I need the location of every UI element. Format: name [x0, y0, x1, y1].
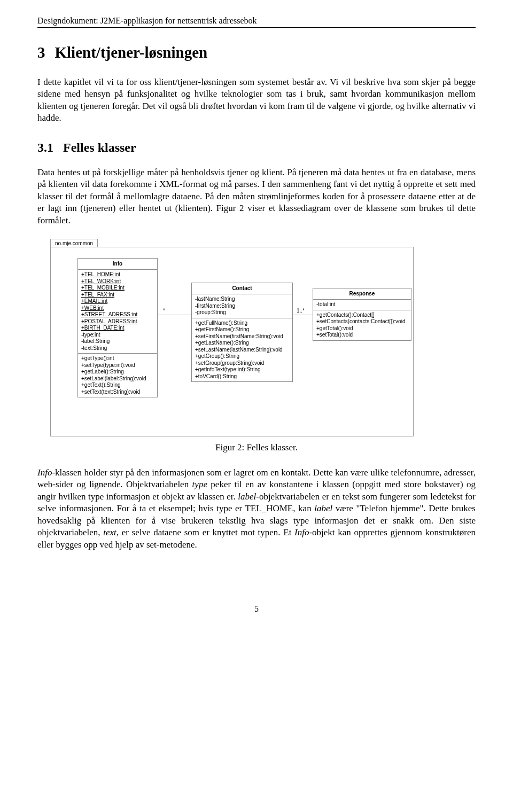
uml-association-line — [293, 315, 313, 315]
section-number: 3 — [37, 44, 45, 61]
uml-member: +STREET_ADRESS:int — [81, 311, 154, 318]
uml-member: +getText():String — [81, 382, 154, 389]
uml-attributes: +TEL_HOME:int+TEL_WORK:int+TEL_MOBILE:in… — [78, 270, 157, 354]
figure-caption: Figur 2: Felles klasser. — [37, 442, 476, 453]
uml-member: +TEL_FAX:int — [81, 292, 154, 299]
uml-class-contact: Contact -lastName:String-firstName:Strin… — [191, 283, 293, 382]
uml-member: +getLastName():String — [195, 340, 289, 347]
closing-paragraph: Info-klassen holder styr på den informas… — [37, 467, 476, 551]
uml-member: +getType():int — [81, 355, 154, 362]
subsection-title-text: Felles klasser — [63, 140, 136, 154]
uml-attributes: -lastName:String-firstName:String-group:… — [192, 294, 292, 318]
uml-member: +EMAIL:int — [81, 298, 154, 305]
uml-member: +setLastName(lastName:String):void — [195, 347, 289, 354]
uml-package-label: no.mje.common — [50, 239, 98, 247]
uml-multiplicity: 1..* — [297, 308, 305, 314]
uml-class-title: Contact — [192, 283, 292, 295]
italic-term: label — [238, 491, 256, 502]
uml-class-diagram: no.mje.common Info +TEL_HOME:int+TEL_WOR… — [50, 237, 414, 435]
uml-member: +setFirstName(firstName:String):void — [195, 333, 289, 340]
running-header: Designdokument: J2ME-applikasjon for net… — [37, 16, 476, 26]
section-title-text: Klient/tjener-løsningen — [55, 44, 208, 61]
subsection-heading: 3.1Felles klasser — [37, 140, 476, 155]
uml-member: -text:String — [81, 345, 154, 352]
subsection-number: 3.1 — [37, 140, 53, 155]
uml-member: +setTotal():void — [316, 332, 408, 339]
uml-class-info: Info +TEL_HOME:int+TEL_WORK:int+TEL_MOBI… — [77, 258, 158, 398]
uml-member: +setContacts(contacts:Contact[]):void — [316, 318, 408, 325]
uml-member: +setType(type:int):void — [81, 362, 154, 369]
uml-operations: +getFullName():String+getFirstName():Str… — [192, 318, 292, 382]
uml-class-title: Info — [78, 259, 157, 270]
uml-member: -firstName:String — [195, 303, 289, 310]
uml-member: +TEL_MOBILE:int — [81, 285, 154, 292]
italic-term: type — [192, 479, 207, 489]
uml-multiplicity: * — [163, 308, 165, 314]
italic-term: Info — [37, 467, 52, 478]
uml-association-line — [158, 315, 191, 315]
italic-term: Info — [294, 527, 309, 537]
uml-member: -label:String — [81, 338, 154, 345]
uml-member: +getInfoText(type:int):String — [195, 366, 289, 373]
uml-member: -total:int — [316, 301, 408, 308]
page-number: 5 — [37, 604, 476, 614]
uml-member: -group:String — [195, 309, 289, 316]
uml-member: +setLabel(label:String):void — [81, 376, 154, 382]
subsection-paragraph: Data hentes ut på forskjellige måter på … — [37, 167, 476, 227]
uml-member: +getGroup():String — [195, 353, 289, 360]
uml-operations: +getType():int+setType(type:int):void+ge… — [78, 354, 157, 397]
uml-member: +setText(text:String):void — [81, 389, 154, 396]
uml-member: +toVCard():String — [195, 373, 289, 380]
uml-member: +setGroup(group:String):void — [195, 360, 289, 367]
uml-member: +getFirstName():String — [195, 326, 289, 333]
uml-member: +TEL_WORK:int — [81, 278, 154, 285]
uml-member: -type:int — [81, 332, 154, 339]
uml-member: +POSTAL_ADRESS:int — [81, 318, 154, 325]
section-heading: 3Klient/tjener-løsningen — [37, 44, 476, 61]
uml-package-box: Info +TEL_HOME:int+TEL_WORK:int+TEL_MOBI… — [50, 247, 414, 436]
uml-member: -lastName:String — [195, 296, 289, 303]
uml-member: +getLabel():String — [81, 369, 154, 376]
uml-attributes: -total:int — [313, 300, 411, 310]
uml-member: +WEB:int — [81, 305, 154, 312]
uml-member: +getFullName():String — [195, 320, 289, 327]
uml-member: +BIRTH_DATE:int — [81, 325, 154, 332]
italic-term: text — [103, 527, 116, 537]
uml-member: +getTotal():void — [316, 325, 408, 332]
uml-member: +TEL_HOME:int — [81, 271, 154, 278]
uml-class-title: Response — [313, 288, 411, 300]
intro-paragraph: I dette kapitlet vil vi ta for oss klien… — [37, 76, 476, 124]
uml-class-response: Response -total:int +getContacts():Conta… — [313, 288, 411, 341]
header-rule — [37, 27, 476, 28]
uml-member: +getContacts():Contact[] — [316, 312, 408, 319]
italic-term: label — [314, 503, 332, 513]
uml-operations: +getContacts():Contact[]+setContacts(con… — [313, 310, 411, 340]
